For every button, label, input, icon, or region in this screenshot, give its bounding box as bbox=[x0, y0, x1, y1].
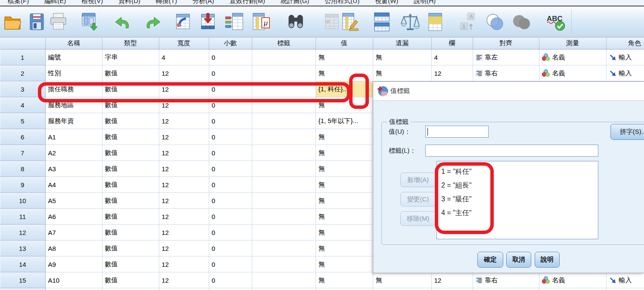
change-button[interactable]: 變更(C) bbox=[400, 192, 436, 207]
descriptive-statistics-icon[interactable]: μ bbox=[251, 12, 271, 32]
cell-decimals[interactable]: 0 bbox=[209, 145, 252, 161]
cell-measure[interactable]: 名義 bbox=[539, 49, 606, 65]
cell-type[interactable]: 字串 bbox=[102, 49, 159, 65]
cell-type[interactable]: 數值 bbox=[102, 97, 159, 113]
cell-role[interactable]: 輸入 bbox=[606, 65, 644, 81]
cell-name[interactable]: 性別 bbox=[45, 65, 102, 81]
ok-button[interactable]: 確定 bbox=[477, 252, 503, 268]
show-all-variables-icon[interactable] bbox=[511, 12, 531, 32]
cell-measure[interactable]: 名義 bbox=[539, 288, 606, 290]
cell-name[interactable]: A11 bbox=[45, 288, 102, 290]
help-button[interactable]: 說明 bbox=[535, 252, 560, 268]
cell-type[interactable]: 數值 bbox=[102, 81, 159, 97]
cell-width[interactable]: 12 bbox=[159, 288, 209, 290]
cell-name[interactable]: 服務地區 bbox=[45, 97, 102, 113]
cell-type[interactable]: 數值 bbox=[102, 161, 159, 177]
cell-type[interactable]: 數值 bbox=[102, 129, 159, 145]
cell-decimals[interactable]: 0 bbox=[209, 81, 252, 97]
dialog-title-bar[interactable]: 值標籤 bbox=[373, 82, 644, 101]
cell-label[interactable] bbox=[252, 161, 316, 177]
cell-type[interactable]: 數值 bbox=[102, 145, 159, 161]
cell-width[interactable]: 12 bbox=[159, 97, 209, 113]
open-data-icon[interactable] bbox=[3, 12, 23, 32]
cell-width[interactable]: 12 bbox=[159, 272, 209, 288]
cell-label[interactable] bbox=[252, 81, 316, 97]
cell-name[interactable]: A10 bbox=[45, 272, 102, 288]
cell-values[interactable]: 無 bbox=[316, 193, 373, 209]
row-number-cell[interactable]: 11 bbox=[0, 209, 45, 225]
cell-width[interactable]: 12 bbox=[159, 129, 209, 145]
cell-align[interactable]: 靠右 bbox=[473, 65, 539, 81]
cell-label[interactable] bbox=[252, 65, 316, 81]
goto-variable-icon[interactable] bbox=[198, 12, 218, 32]
menu-item-7[interactable]: 統計圖(G) bbox=[281, 0, 310, 5]
find-icon[interactable] bbox=[286, 12, 306, 32]
row-number-cell[interactable]: 13 bbox=[0, 241, 45, 256]
variables-icon[interactable] bbox=[225, 12, 245, 32]
cell-name[interactable]: A5 bbox=[45, 193, 102, 209]
value-label-entry-2[interactable]: 2 = "組長" bbox=[441, 179, 598, 192]
cell-align[interactable]: 靠右 bbox=[473, 272, 539, 288]
cell-decimals[interactable]: 0 bbox=[209, 225, 252, 241]
cell-columns[interactable]: 12 bbox=[431, 65, 473, 81]
undo-icon[interactable] bbox=[114, 12, 133, 32]
cell-measure[interactable]: 名義 bbox=[539, 272, 606, 288]
cell-width[interactable]: 12 bbox=[159, 177, 209, 193]
cell-decimals[interactable]: 0 bbox=[209, 288, 252, 290]
menu-item-6[interactable]: 直效行銷(M) bbox=[229, 0, 265, 5]
value-labels-list[interactable]: 1 = "科任"2 = "組長"3 = "級任"4 = "主任" bbox=[437, 161, 598, 239]
cell-decimals[interactable]: 0 bbox=[209, 272, 252, 288]
cell-values[interactable]: 無 bbox=[316, 49, 373, 65]
cell-values[interactable]: {1, 5年以下}... bbox=[316, 113, 373, 129]
cell-role[interactable]: 輸入 bbox=[606, 288, 644, 290]
weight-cases-icon[interactable] bbox=[400, 12, 420, 32]
cell-type[interactable]: 數值 bbox=[102, 272, 159, 288]
row-number-cell[interactable]: 3 bbox=[0, 81, 45, 97]
menu-item-2[interactable]: 檢視(V) bbox=[81, 0, 103, 5]
cell-width[interactable]: 12 bbox=[159, 81, 209, 97]
cell-missing[interactable]: 無 bbox=[373, 272, 431, 288]
cell-label[interactable] bbox=[252, 177, 316, 193]
cell-measure[interactable]: 名義 bbox=[539, 65, 606, 81]
spelling-button[interactable]: 拼字(S)... bbox=[610, 124, 644, 140]
menu-item-8[interactable]: 公用程式(U) bbox=[325, 0, 359, 5]
cell-width[interactable]: 12 bbox=[159, 241, 209, 256]
value-label-entry-1[interactable]: 1 = "科任" bbox=[441, 165, 598, 179]
cell-name[interactable]: A8 bbox=[45, 241, 102, 256]
redo-icon[interactable] bbox=[142, 12, 162, 32]
cell-columns[interactable]: 4 bbox=[431, 49, 473, 65]
cell-width[interactable]: 12 bbox=[159, 161, 209, 177]
cell-name[interactable]: A1 bbox=[45, 129, 102, 145]
add-button[interactable]: 新增(A) bbox=[400, 173, 436, 187]
cell-width[interactable]: 12 bbox=[159, 65, 209, 81]
cell-name[interactable]: A3 bbox=[45, 161, 102, 177]
cell-name[interactable]: 編號 bbox=[45, 49, 102, 65]
cell-label[interactable] bbox=[252, 193, 316, 209]
cell-type[interactable]: 數值 bbox=[102, 241, 159, 256]
cell-columns[interactable]: 12 bbox=[431, 272, 473, 288]
row-number-cell[interactable]: 2 bbox=[0, 65, 45, 81]
value-input[interactable] bbox=[425, 126, 489, 138]
cell-values[interactable]: 無 bbox=[316, 225, 373, 241]
cell-columns[interactable]: 12 bbox=[431, 288, 473, 290]
cell-role[interactable]: 輸入 bbox=[606, 272, 644, 288]
cell-label[interactable] bbox=[252, 288, 316, 290]
cell-label[interactable] bbox=[252, 256, 316, 272]
cell-decimals[interactable]: 0 bbox=[209, 193, 252, 209]
row-number-cell[interactable]: 5 bbox=[0, 113, 45, 129]
row-number-cell[interactable]: 9 bbox=[0, 177, 45, 193]
use-variable-sets-icon[interactable] bbox=[485, 12, 505, 32]
cell-type[interactable]: 數值 bbox=[102, 177, 159, 193]
value-label-entry-3[interactable]: 3 = "級任" bbox=[441, 192, 598, 206]
cell-type[interactable]: 數值 bbox=[102, 256, 159, 272]
split-file-icon[interactable] bbox=[372, 12, 392, 32]
cell-label[interactable] bbox=[252, 97, 316, 113]
cell-width[interactable]: 12 bbox=[159, 113, 209, 129]
print-icon[interactable] bbox=[48, 12, 68, 32]
cell-values[interactable]: 無 bbox=[316, 161, 373, 177]
cell-values[interactable]: 無 bbox=[316, 177, 373, 193]
cell-values[interactable]: 無 bbox=[316, 241, 373, 256]
cell-missing[interactable]: 無 bbox=[373, 288, 431, 290]
cell-decimals[interactable]: 0 bbox=[209, 129, 252, 145]
cell-type[interactable]: 數值 bbox=[102, 288, 159, 290]
